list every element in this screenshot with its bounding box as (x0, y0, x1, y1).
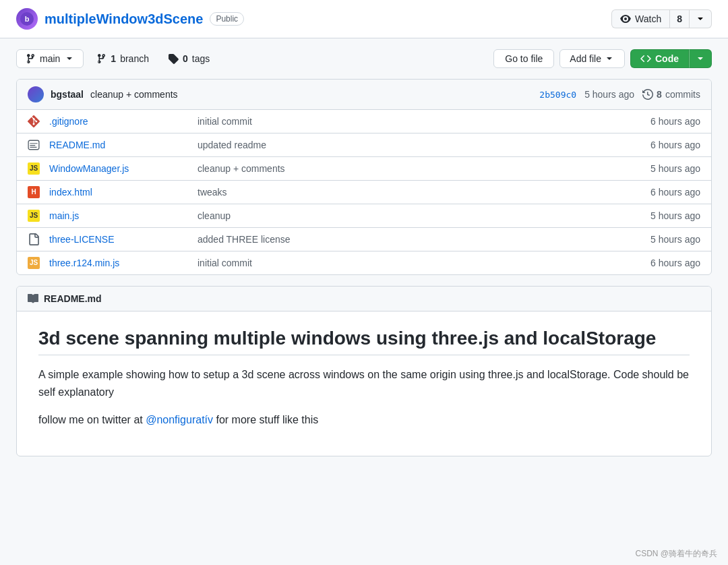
file-modified-time: 5 hours ago (633, 210, 700, 221)
file-type-icon: JS (28, 210, 49, 222)
file-modified-time: 6 hours ago (633, 116, 700, 127)
file-name[interactable]: three-LICENSE (49, 234, 198, 245)
repo-header: b multipleWindow3dScene Public Watch 8 (0, 0, 728, 38)
file-name[interactable]: WindowManager.js (49, 163, 198, 174)
chevron-down-icon-add-file (604, 53, 615, 64)
readme-paragraph2: follow me on twitter at @nonfiguratív fo… (38, 411, 690, 429)
repo-name[interactable]: multipleWindow3dScene (44, 11, 203, 27)
file-commit-message: initial commit (198, 116, 633, 127)
table-row: JSthree.r124.min.jsinitial commit6 hours… (17, 251, 711, 274)
book-icon (28, 293, 38, 304)
file-rows-container: .gitignoreinitial commit6 hours agoREADM… (17, 110, 711, 274)
branch-count-number: 1 (111, 53, 116, 64)
branch-selector[interactable]: main (16, 49, 84, 68)
file-modified-time: 6 hours ago (633, 258, 700, 268)
table-row: JSmain.jscleanup5 hours ago (17, 204, 711, 228)
file-commit-message: cleanup + comments (198, 163, 633, 174)
code-button-group: Code (630, 49, 712, 68)
commit-author-avatar (28, 86, 44, 102)
watch-button-group: Watch 8 (611, 9, 712, 28)
table-row: README.mdupdated readme6 hours ago (17, 133, 711, 157)
watch-button[interactable]: Watch (611, 9, 670, 28)
tag-icon (168, 53, 179, 64)
add-file-label: Add file (570, 53, 601, 64)
toolbar-left: main 1 branch 0 tags (16, 49, 216, 68)
tag-count-info[interactable]: 0 tags (161, 50, 216, 67)
commits-count: 8 (657, 89, 662, 100)
branch-name: main (40, 53, 60, 64)
visibility-badge: Public (210, 12, 244, 26)
file-name[interactable]: README.md (49, 140, 198, 150)
file-type-icon (28, 139, 49, 151)
readme-twitter-link[interactable]: @nonfiguratív (146, 414, 213, 425)
add-file-button[interactable]: Add file (559, 49, 625, 68)
commit-left: bgstaal cleanup + comments (28, 86, 178, 102)
readme-main-title: 3d scene spanning multiple windows using… (38, 328, 690, 355)
commit-message: cleanup + comments (90, 89, 178, 100)
branch-count-label: branch (120, 53, 149, 64)
file-type-icon (28, 115, 49, 127)
readme-header: README.md (17, 287, 711, 311)
file-name[interactable]: .gitignore (49, 116, 198, 127)
code-icon (640, 53, 651, 64)
chevron-down-icon-code (695, 53, 706, 64)
watermark: CSDN @骑着牛的奇兵 (635, 548, 717, 560)
commit-info-row: bgstaal cleanup + comments 2b509c0 5 hou… (17, 80, 711, 110)
file-name[interactable]: index.html (49, 187, 198, 198)
table-row: Hindex.htmltweaks6 hours ago (17, 181, 711, 204)
commit-time: 5 hours ago (584, 89, 634, 100)
eye-icon (620, 13, 631, 24)
table-row: .gitignoreinitial commit6 hours ago (17, 110, 711, 133)
code-label: Code (655, 53, 679, 64)
file-name[interactable]: three.r124.min.js (49, 258, 198, 268)
commit-right: 2b509c0 5 hours ago 8 commits (539, 89, 700, 100)
readme-paragraph2-prefix: follow me on twitter at (38, 414, 146, 425)
file-commit-message: updated readme (198, 140, 633, 150)
code-button[interactable]: Code (630, 49, 689, 68)
file-modified-time: 5 hours ago (633, 234, 700, 245)
file-modified-time: 5 hours ago (633, 163, 700, 174)
file-table: bgstaal cleanup + comments 2b509c0 5 hou… (16, 79, 712, 275)
repo-header-left: b multipleWindow3dScene Public (16, 8, 244, 30)
history-icon (642, 89, 653, 100)
file-modified-time: 6 hours ago (633, 140, 700, 150)
file-modified-time: 6 hours ago (633, 187, 700, 198)
toolbar-right: Go to file Add file Code (493, 49, 712, 68)
chevron-down-icon (695, 13, 706, 24)
file-commit-message: initial commit (198, 258, 633, 268)
file-type-icon (28, 233, 49, 245)
repo-toolbar: main 1 branch 0 tags Go to fil (0, 38, 728, 79)
commits-label: commits (665, 89, 700, 100)
file-commit-message: added THREE license (198, 234, 633, 245)
file-type-icon: JS (28, 257, 49, 269)
branch-count-info[interactable]: 1 branch (89, 50, 156, 67)
readme-paragraph2-suffix: for more stuff like this (213, 414, 318, 425)
tag-count-label: tags (192, 53, 210, 64)
watch-label: Watch (635, 13, 661, 24)
file-type-icon: H (28, 186, 49, 198)
readme-filename: README.md (44, 293, 102, 304)
readme-section: README.md 3d scene spanning multiple win… (16, 286, 712, 456)
commit-author[interactable]: bgstaal (51, 89, 84, 100)
table-row: JSWindowManager.jscleanup + comments5 ho… (17, 157, 711, 181)
watch-count[interactable]: 8 (670, 9, 690, 28)
file-commit-message: tweaks (198, 187, 633, 198)
readme-paragraph1: A simple example showing how to setup a … (38, 366, 690, 400)
repo-owner-avatar: b (16, 8, 38, 30)
branch-count-icon (96, 53, 107, 64)
file-commit-message: cleanup (198, 210, 633, 221)
branch-icon (25, 53, 36, 64)
svg-text:b: b (25, 15, 30, 23)
go-to-file-button[interactable]: Go to file (493, 49, 554, 68)
tag-count-number: 0 (183, 53, 188, 64)
file-type-icon: JS (28, 162, 49, 175)
table-row: three-LICENSEadded THREE license5 hours … (17, 228, 711, 251)
commit-hash[interactable]: 2b509c0 (539, 90, 576, 100)
code-dropdown-button[interactable] (689, 49, 712, 68)
watch-dropdown-button[interactable] (690, 9, 712, 28)
commits-history-link[interactable]: 8 commits (642, 89, 700, 100)
chevron-down-icon-branch (64, 53, 75, 64)
file-name[interactable]: main.js (49, 210, 198, 221)
readme-content: 3d scene spanning multiple windows using… (17, 311, 711, 456)
